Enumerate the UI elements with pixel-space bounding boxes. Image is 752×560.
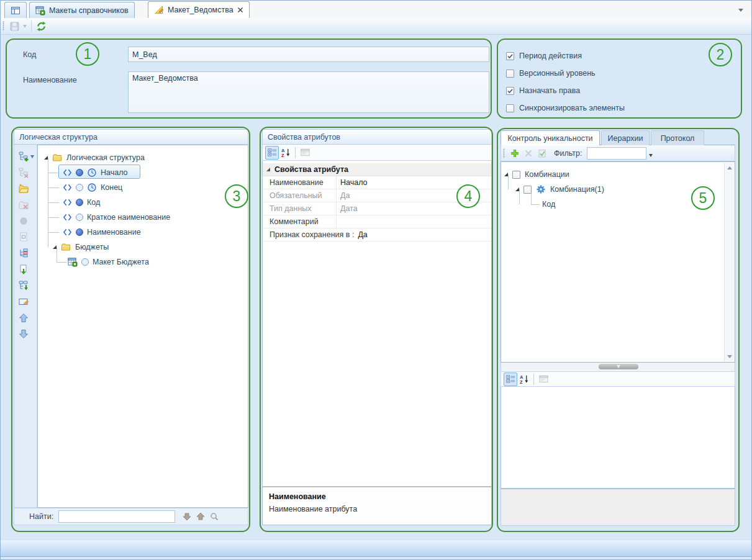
edit-form-button[interactable] [17,295,30,309]
property-row[interactable]: Тип данных Дата [263,202,491,215]
attribute-type-button[interactable] [17,214,30,228]
checkbox-unchecked[interactable] [512,171,520,179]
delete-folder-button[interactable] [17,198,30,212]
find-search-button[interactable] [207,510,221,523]
checkbox-sync[interactable]: Синхронизировать элементы [506,104,625,112]
find-label: Найти: [29,512,53,521]
combination-props-description [501,489,735,526]
property-pages-button[interactable] [537,373,550,386]
toolbar-separator [31,20,32,32]
move-up-button[interactable] [17,311,30,325]
delete-combination-button[interactable] [522,147,535,160]
tab-overflow-button[interactable] [736,6,745,14]
scroll-up-button[interactable] [725,163,734,173]
close-icon[interactable] [237,7,243,13]
expander-icon[interactable] [266,168,270,171]
property-row[interactable]: Наименование Начало [263,176,491,189]
checkbox-label: Период действия [519,52,582,60]
folder-icon [52,153,62,163]
clock-icon [87,183,97,192]
expander-icon[interactable] [504,173,508,176]
hollow-circle-icon [81,258,89,266]
categorized-button[interactable] [265,146,279,160]
tree-node-root[interactable]: Логическая структура [44,150,145,165]
splitter[interactable] [501,363,735,371]
move-down-button[interactable] [17,327,30,341]
categorized-button[interactable] [504,373,517,386]
property-value[interactable]: Да [354,228,367,241]
document-button[interactable] [17,230,30,244]
checkbox-period[interactable]: Период действия [506,52,582,60]
tree-node-kod[interactable]: Код [542,197,555,212]
tab-layout-vedomstva[interactable]: Макет_Ведомства [148,1,250,18]
combinations-tree: Комбинации Комбинация(1) Код [501,161,735,363]
tree-node-budzhety[interactable]: Бюджеты [53,240,109,255]
tab-layouts-list[interactable]: Макеты справочников [29,2,135,18]
tree-node-label: Начало [101,168,128,177]
toolbar-grip[interactable] [503,148,505,158]
checkbox-rights[interactable]: Назначать права [506,86,580,95]
property-value[interactable] [337,215,340,228]
add-attribute-button[interactable] [17,150,35,163]
filter-label: Фильтр: [554,149,582,158]
code-input[interactable] [128,47,489,62]
find-next-button[interactable] [180,510,194,523]
uniqueness-toolbar: Фильтр: [501,145,735,161]
tree-node-kombinacija-1[interactable]: Комбинация(1) [515,182,604,197]
add-combination-button[interactable] [508,147,522,160]
import-structure-button[interactable] [17,279,30,292]
property-category[interactable]: Свойства атрибута [263,163,491,176]
logical-toolbar [14,145,37,508]
add-folder-button[interactable] [17,182,30,196]
tree-node-kratkoe[interactable]: Краткое наименование [63,210,170,225]
tab-uniqueness-control[interactable]: Контроль уникальности [501,130,600,145]
refresh-icon [36,21,47,32]
filter-input[interactable] [587,147,646,160]
property-value: Да [337,189,350,202]
find-bar: Найти: [14,508,248,525]
delete-folder-icon [18,199,29,210]
checkbox-version[interactable]: Версионный уровень [506,69,596,78]
filter-dropdown-button[interactable] [646,147,655,160]
tree-node-label: Код [87,198,100,207]
property-row[interactable]: Комментарий [263,215,491,228]
tree-node-konec[interactable]: Конец [63,180,122,195]
delete-attribute-button[interactable] [17,166,30,179]
property-value[interactable]: Начало [337,176,368,189]
checkbox-unchecked[interactable] [523,186,532,194]
angle-brackets-icon [63,198,72,207]
tree-node-maket-budzheta[interactable]: Макет Бюджета [68,255,149,269]
scroll-down-button[interactable] [725,351,734,361]
checkbox-unchecked [506,104,514,112]
expander-icon[interactable] [53,245,57,249]
start-page-tab[interactable] [4,2,27,18]
find-prev-button[interactable] [194,510,207,523]
tree-node-nachalo[interactable]: Начало [63,165,128,180]
annotation-number-2: 2 [709,43,732,66]
tree-node-kombinacii[interactable]: Комбинации [504,167,569,182]
expander-icon[interactable] [515,187,519,191]
sort-az-button[interactable]: AZ [279,146,292,160]
attribute-list-button[interactable] [17,246,30,260]
property-row[interactable]: Обязательный Да [263,189,491,202]
tree-node-naimenovanie[interactable]: Наименование [63,225,141,240]
property-pages-button[interactable] [298,146,312,160]
save-button[interactable] [7,19,21,33]
name-textarea[interactable]: Макет_Ведомства [128,71,489,113]
sort-az-button[interactable]: AZ [517,373,531,386]
apply-button[interactable] [535,147,549,160]
save-dropdown-button[interactable] [21,19,29,33]
splitter-grip[interactable] [599,364,638,369]
import-document-button[interactable] [17,263,30,276]
refresh-button[interactable] [34,19,48,33]
scrollbar[interactable] [724,163,734,361]
expander-icon[interactable] [44,156,48,160]
annotation-number-1: 1 [76,42,99,66]
toolbar-grip[interactable] [2,21,4,31]
gear-icon [536,184,546,194]
tree-node-kod[interactable]: Код [63,195,100,210]
tab-protocol[interactable]: Протокол [651,130,704,145]
find-input[interactable] [58,510,175,523]
tab-hierarchies[interactable]: Иерархии [601,130,650,145]
property-row[interactable]: Признак сохранения в : Да [263,228,491,242]
